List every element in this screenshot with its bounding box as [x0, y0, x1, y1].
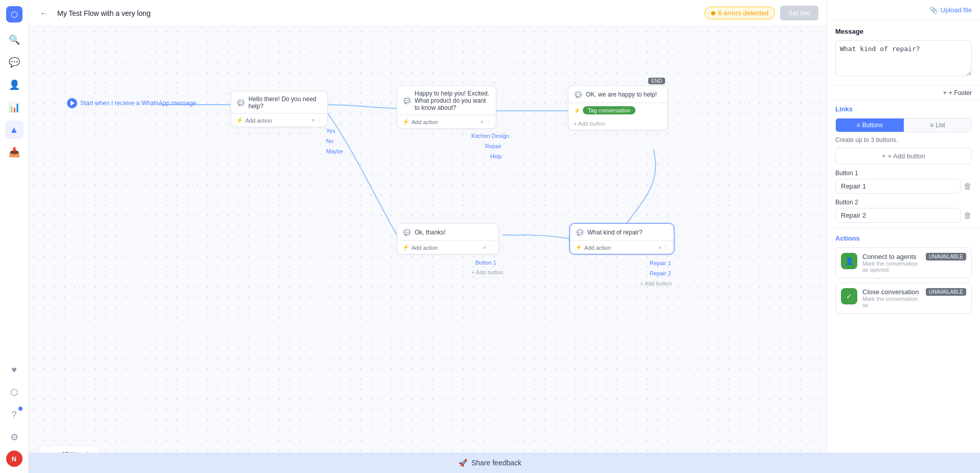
- start-play-icon: [67, 98, 77, 108]
- flows-icon: ▲: [10, 125, 19, 135]
- close-icon: ✓: [846, 292, 852, 300]
- node-repair-btn2[interactable]: ⋮: [664, 245, 669, 250]
- add-button-row[interactable]: + + Add button: [835, 148, 972, 164]
- action-connect-agents[interactable]: 👤 Connect to agents Mark the conversatio…: [835, 247, 972, 278]
- button2-wrapper: 🗑: [835, 208, 972, 223]
- button1-input[interactable]: [835, 179, 961, 194]
- buttons-tab-icon: ≡: [856, 122, 860, 129]
- sidebar-item-apps[interactable]: ⬡: [5, 383, 24, 401]
- sidebar: ⬡ 🔍 💬 👤 📊 ▲ 📥 ♥ ⬡ ?: [0, 0, 29, 473]
- node-hello-header: 💬 Hello there! Do you need help?: [231, 91, 327, 113]
- create-hint: Create up to 3 buttons.: [835, 132, 972, 148]
- node-thanks-btn2[interactable]: ⋮: [488, 245, 493, 250]
- node-repair-action[interactable]: ⚡ Add action ≡ ⋮: [570, 241, 674, 254]
- app-container: ⬡ 🔍 💬 👤 📊 ▲ 📥 ♥ ⬡ ?: [0, 0, 980, 473]
- avatar[interactable]: N: [6, 451, 22, 467]
- plus-icon-add: +: [882, 152, 886, 160]
- canvas-area[interactable]: Start when I receive a WhatsApp message …: [29, 27, 827, 473]
- node-hello-action-label: Add action: [245, 117, 310, 124]
- node-happy-action[interactable]: ⚡ Add action ≡ ⋮: [397, 115, 496, 128]
- node-hello-text: Hello there! Do you need help?: [248, 96, 322, 110]
- branch-maybe: Maybe: [326, 148, 343, 154]
- start-node[interactable]: Start when I receive a WhatsApp message: [67, 98, 196, 108]
- topbar: ← My Test Flow with a very long 6 errors…: [29, 0, 827, 27]
- action-close-name: Close conversation: [862, 288, 921, 296]
- node-thanks-action[interactable]: ⚡ Add action ≡ ⋮: [397, 241, 498, 254]
- node-ok-icon: 💬: [574, 90, 583, 99]
- branch-repair2: Repair 2: [650, 270, 671, 276]
- branch-repair1: Repair 1: [650, 260, 671, 266]
- node-hello-action-btn1[interactable]: ≡: [312, 117, 315, 123]
- button2-input[interactable]: [835, 208, 961, 223]
- button1-delete[interactable]: 🗑: [964, 182, 972, 191]
- action1-badge: UNAVAILABLE: [926, 253, 966, 261]
- branch-kitchen: Kitchen Design: [471, 133, 509, 139]
- sidebar-item-chat[interactable]: 💬: [5, 53, 24, 72]
- tag-pill: Tag conversation: [583, 106, 635, 114]
- node-repair-action-label: Add action: [584, 245, 656, 251]
- sidebar-logo[interactable]: ⬡: [6, 6, 22, 22]
- sidebar-item-search[interactable]: 🔍: [5, 31, 24, 49]
- tab-buttons[interactable]: ≡ Buttons: [836, 119, 904, 132]
- action-close-conversation[interactable]: ✓ Close conversation Mark the conversati…: [835, 282, 972, 314]
- action-connect-desc: Mark the conversation as opened.: [862, 261, 921, 273]
- branch-help: Help: [490, 153, 502, 159]
- node-repair-icon: 💬: [575, 228, 584, 237]
- action-connect-name: Connect to agents: [862, 253, 921, 261]
- button1-wrapper: 🗑: [835, 179, 972, 194]
- list-tab-label: List: [936, 122, 945, 129]
- links-section: Links ≡ Buttons ≡ List Create up to 3 bu…: [827, 100, 980, 228]
- node-happy-btn1[interactable]: ≡: [481, 119, 484, 125]
- sidebar-item-contacts[interactable]: 👤: [5, 76, 24, 94]
- node-thanks-btn1[interactable]: ≡: [483, 245, 486, 250]
- chat-icon: 💬: [9, 57, 20, 68]
- sidebar-item-inbox[interactable]: 📥: [5, 143, 24, 161]
- sidebar-item-reports[interactable]: 📊: [5, 98, 24, 116]
- add-button-node5[interactable]: + Add button: [640, 280, 672, 287]
- sidebar-item-settings[interactable]: ⚙: [5, 428, 24, 446]
- node-repair-btn1[interactable]: ≡: [658, 245, 662, 250]
- sidebar-item-flows[interactable]: ▲: [5, 121, 24, 139]
- share-feedback-bar[interactable]: 🚀 Share feedback: [827, 453, 980, 473]
- node-ok-action[interactable]: ⚡ Tag conversation: [568, 103, 667, 117]
- node-happy-text: Happy to help you! Excited. What product…: [415, 90, 491, 111]
- sidebar-item-health[interactable]: ♥: [5, 361, 24, 379]
- node-hello[interactable]: 💬 Hello there! Do you need help? ⚡ Add a…: [231, 91, 328, 127]
- node-repair-action-icon: ⚡: [575, 244, 582, 251]
- node-hello-action[interactable]: ⚡ Add action ≡ ⋮: [231, 113, 327, 127]
- back-button[interactable]: ←: [37, 6, 51, 20]
- node-ok-text: OK, we are happy to help!: [586, 91, 662, 98]
- add-footer-button[interactable]: + + Footer: [943, 89, 972, 97]
- button1-label: Button 1: [835, 170, 972, 177]
- end-badge: END: [648, 78, 665, 84]
- button2-delete[interactable]: 🗑: [964, 211, 972, 220]
- message-section: Message What kind of repair?: [827, 20, 980, 86]
- help-badge: [18, 407, 22, 411]
- plus-icon-footer: +: [943, 89, 947, 97]
- add-button-node4[interactable]: + Add button: [471, 269, 503, 275]
- tab-list[interactable]: ≡ List: [904, 119, 972, 132]
- node-repair-header: 💬 What kind of repair?: [570, 224, 674, 241]
- message-textarea[interactable]: What kind of repair?: [835, 40, 972, 76]
- branch-no: No: [326, 138, 333, 144]
- node-repair-text: What kind of repair?: [587, 229, 669, 236]
- node-thanks[interactable]: 💬 Ok, thanks! ⚡ Add action ≡ ⋮: [397, 223, 499, 254]
- node-hello-action-btn2[interactable]: ⋮: [317, 117, 322, 123]
- contacts-icon: 👤: [9, 79, 20, 90]
- node-happy-btn2[interactable]: ⋮: [486, 119, 491, 125]
- set-live-button[interactable]: Set live: [780, 6, 818, 20]
- close-conversation-icon: ✓: [841, 288, 857, 304]
- node-ok-action-icon: ⚡: [574, 107, 581, 114]
- node-thanks-text: Ok, thanks!: [415, 229, 493, 236]
- node-thanks-icon: 💬: [402, 228, 412, 237]
- add-button-link-ok[interactable]: + Add button: [574, 121, 662, 127]
- node-happy[interactable]: 💬 Happy to help you! Excited. What produ…: [397, 85, 496, 129]
- upload-file-button[interactable]: 📎 Upload file: [929, 6, 972, 14]
- actions-title: Actions: [835, 234, 972, 242]
- node-ok[interactable]: END 💬 OK, we are happy to help! ⚡ Tag co…: [568, 85, 668, 130]
- branch-button1: Button 1: [475, 259, 496, 266]
- node-repair[interactable]: 💬 What kind of repair? ⚡ Add action ≡ ⋮: [569, 223, 674, 254]
- node-ok-header: 💬 OK, we are happy to help!: [568, 86, 667, 103]
- sidebar-item-help[interactable]: ?: [5, 406, 24, 424]
- footer-row: + + Footer: [827, 86, 980, 100]
